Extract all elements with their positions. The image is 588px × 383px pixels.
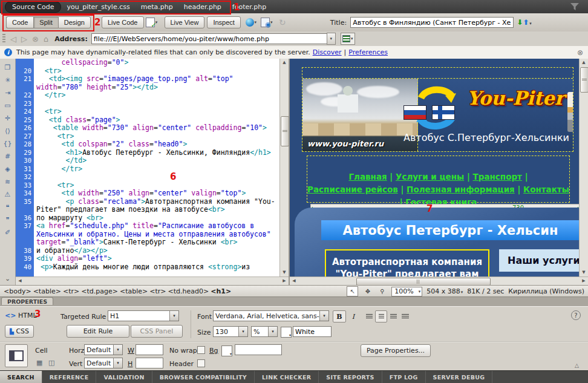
scroll-right-icon[interactable]: ▶ (280, 277, 289, 285)
design-empty-row[interactable] (302, 68, 573, 79)
live-view-button[interactable]: Live View (165, 16, 205, 28)
height-input[interactable] (136, 358, 163, 368)
collapse-full-tag-icon[interactable]: ⇥ (2, 87, 14, 99)
font-combo[interactable]: Verdana, Arial, Helvetica, sans-serif▾ (213, 310, 329, 321)
close-info-bar-icon[interactable]: ⊗ (577, 48, 583, 57)
design-vertical-scrollbar[interactable]: ▲ ▼ (579, 59, 588, 277)
edit-rule-button[interactable]: Edit Rule (67, 325, 129, 338)
validate-markup-icon[interactable]: ✓▾ (145, 16, 158, 28)
related-file-tab[interactable]: you_piter_style.css (67, 3, 129, 11)
hand-tool-icon[interactable]: ✥ (362, 287, 373, 296)
back-icon[interactable]: ◁ (10, 34, 16, 44)
stop-icon[interactable]: ⊗ (32, 34, 39, 44)
header-checkbox[interactable] (197, 359, 205, 367)
align-justify-button[interactable] (399, 310, 411, 322)
code-horizontal-scrollbar[interactable]: ◀ ▶ (16, 277, 289, 285)
design-page-table[interactable]: You-Piter Автобус С.Петербург-Хельсинки … (302, 67, 573, 152)
highlight-invalid-code-icon[interactable]: ◈ (2, 163, 14, 175)
css-panel-button[interactable]: CSS Panel (131, 325, 183, 338)
scroll-left-icon[interactable]: ◀ (16, 277, 24, 285)
page-properties-button[interactable]: Page Properties... (361, 344, 431, 357)
page-title-input[interactable] (350, 17, 514, 28)
tag-selector-item[interactable]: <h1> (211, 287, 231, 295)
bottom-tab-validation[interactable]: VALIDATION (96, 371, 152, 383)
tag-selector-item[interactable]: <td.page> (81, 287, 118, 295)
view-options-icon[interactable]: ▾ (341, 33, 355, 45)
horz-combo[interactable]: Default▾ (84, 344, 123, 355)
tag-selector-item[interactable]: <tr> (63, 287, 79, 295)
related-file-tab[interactable]: header.php (184, 3, 221, 11)
tag-selector-item[interactable]: <body> (4, 287, 31, 295)
bottom-tab-server-debug[interactable]: SERVER DEBUG (426, 371, 493, 383)
scroll-left-icon[interactable]: ◀ (290, 277, 298, 285)
italic-button[interactable]: I (347, 310, 360, 322)
design-nav-link[interactable]: Транспорт (473, 172, 522, 182)
toolbar-grip[interactable] (2, 34, 5, 44)
bottom-tab-reference[interactable]: REFERENCE (42, 371, 97, 383)
promo-cell[interactable]: Автотранспортная компания "You-Piter" пр… (325, 249, 489, 277)
visual-aids-icon[interactable]: ◉▾ (260, 16, 273, 28)
code-scroll-thumb[interactable] (281, 116, 289, 146)
bottom-tab-browser-compatibility[interactable]: BROWSER COMPATIBILITY (152, 371, 255, 383)
site-banner[interactable]: You-Piter Автобус С.Петербург-Хельсинки … (302, 79, 573, 151)
inspect-button[interactable]: Inspect (207, 16, 240, 28)
bg-color-swatch[interactable]: ▾ (221, 345, 232, 356)
design-view[interactable]: You-Piter Автобус С.Петербург-Хельсинки … (290, 59, 579, 277)
related-file-tab[interactable]: footer.php (232, 3, 266, 11)
size-unit-combo[interactable]: %▾ (251, 326, 278, 337)
vert-combo[interactable]: Default▾ (84, 358, 123, 368)
css-mode-button[interactable]: ▙ CSS (5, 325, 34, 338)
bottom-tab-ftp-log[interactable]: FTP LOG (382, 371, 426, 383)
zoom-tool-icon[interactable]: ⚲ (377, 287, 387, 296)
select-tool-icon[interactable]: ↖ (347, 286, 358, 296)
design-nav-link[interactable]: Контакты (523, 185, 569, 194)
tag-selector-item[interactable]: <tr> (149, 287, 166, 295)
services-cell[interactable]: Наши услуги (499, 249, 579, 272)
select-parent-tag-icon[interactable]: ⟨⟩ (2, 125, 14, 137)
scroll-up-icon[interactable]: ▲ (280, 59, 289, 67)
align-right-button[interactable] (387, 310, 399, 322)
split-cell-icon[interactable]: ◫ (48, 359, 54, 367)
magnification-combo[interactable]: 100%▾ (391, 287, 422, 296)
help-icon[interactable]: ? (571, 310, 581, 320)
design-view-button[interactable]: Design (58, 16, 91, 28)
bg-color-input[interactable] (235, 344, 282, 355)
design-horizontal-scrollbar[interactable]: ◀ ▶ (290, 277, 588, 285)
bottom-tab-site-reports[interactable]: SITE REPORTS (319, 371, 382, 383)
file-get-put-icon[interactable]: ⬇⬆▾ (517, 18, 532, 27)
code-vertical-scrollbar[interactable]: ▲ ▼ (279, 59, 289, 277)
preferences-link[interactable]: Preferences (348, 48, 388, 56)
collapse-selection-icon[interactable]: ▭ (2, 100, 14, 111)
syntax-error-alerts-icon[interactable]: ⚠ (2, 189, 14, 200)
address-dropdown-icon[interactable]: ▾ (327, 33, 336, 45)
panel-collapse-icon[interactable]: △ (575, 362, 579, 368)
design-nav-link[interactable]: Услуги и цены (396, 172, 464, 182)
word-wrap-icon[interactable]: ≋ (2, 176, 14, 188)
merge-cells-icon[interactable]: ▦ (36, 359, 42, 367)
bottom-tab-search[interactable]: SEARCH (0, 371, 42, 383)
window-size-combo[interactable]: 504 x 388▾ (426, 287, 463, 295)
forward-icon[interactable]: ▷ (21, 34, 27, 44)
balance-braces-icon[interactable]: {} (2, 138, 14, 149)
related-file-tab[interactable]: meta.php (141, 3, 173, 11)
design-nav-link[interactable]: Главная (348, 172, 387, 182)
line-numbers-icon[interactable]: # (2, 151, 14, 162)
show-code-navigator-icon[interactable]: ✳ (2, 74, 14, 86)
tag-selector-item[interactable]: <table> (33, 287, 61, 295)
remove-comment-icon[interactable]: ❞ (2, 214, 14, 226)
properties-tab[interactable]: PROPERTIES (1, 297, 53, 305)
html-mode-button[interactable]: <> HTML (5, 312, 37, 319)
bold-button[interactable]: B (333, 310, 346, 322)
design-heading[interactable]: Автобус Петербург - Хельсин (321, 220, 579, 240)
targeted-rule-combo[interactable]: H1▾ (108, 310, 179, 321)
code-view-button[interactable]: Code (6, 16, 33, 28)
live-code-button[interactable]: Live Code (102, 16, 144, 28)
scroll-up-icon[interactable]: ▲ (580, 59, 588, 67)
address-input[interactable] (91, 33, 327, 44)
source-code-tab[interactable]: Source Code (5, 1, 61, 13)
refresh-icon[interactable]: ↻ (276, 16, 289, 28)
bottom-tab-link-checker[interactable]: LINK CHECKER (255, 371, 319, 383)
design-scroll-thumb[interactable] (580, 67, 588, 93)
scroll-right-icon[interactable]: ▶ (580, 277, 588, 285)
scroll-down-icon[interactable]: ▼ (580, 269, 588, 277)
